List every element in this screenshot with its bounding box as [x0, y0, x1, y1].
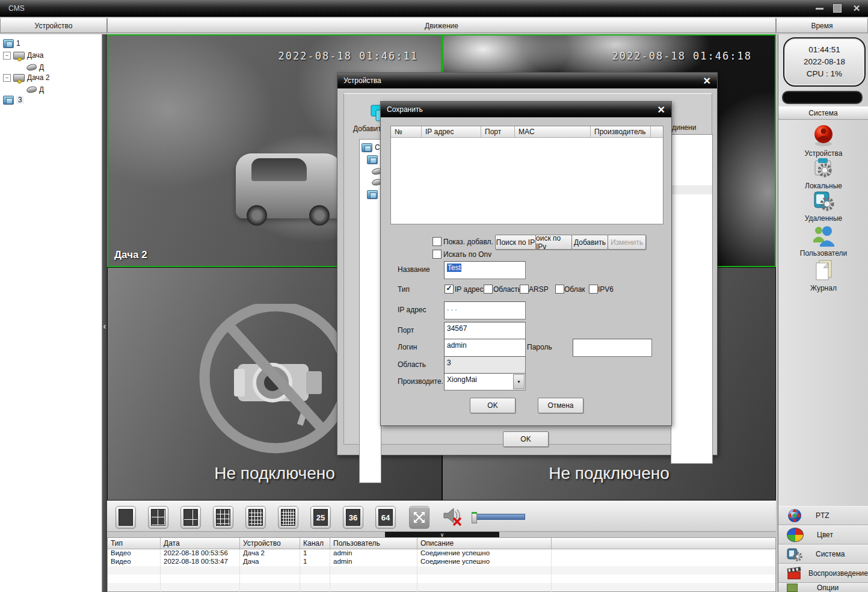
layout-1-button[interactable] — [115, 506, 136, 529]
domain-field[interactable]: 3 — [444, 356, 526, 374]
camera-channel-icon — [26, 63, 37, 71]
vendor-dropdown[interactable]: XiongMai ▼ — [444, 373, 526, 390]
mute-button[interactable] — [442, 506, 464, 528]
devices-dialog-title: Устройства — [343, 76, 381, 85]
sidebar-item-users[interactable]: Пользователи — [778, 223, 868, 257]
playback-clapper-icon — [787, 566, 802, 581]
col-mac[interactable]: MAC — [515, 126, 591, 137]
search-ip-button[interactable]: Поиск по IP — [495, 235, 536, 250]
motion-panel-title: Движение — [425, 22, 458, 30]
maximize-icon[interactable] — [833, 4, 842, 13]
layout-6-button[interactable] — [180, 506, 201, 529]
edit-device-button[interactable]: Изменить — [608, 235, 646, 250]
motion-panel-header: Движение — [107, 18, 776, 33]
fullscreen-button[interactable] — [409, 506, 429, 529]
log-col-device[interactable]: Устройство — [240, 538, 300, 549]
save-dialog-title: Сохранить — [387, 105, 423, 114]
col-port[interactable]: Порт — [481, 126, 515, 137]
volume-slider-handle[interactable] — [472, 512, 477, 523]
search-onvif-checkbox[interactable] — [432, 250, 442, 259]
sidebar-item-journal[interactable]: Журнал — [778, 258, 868, 292]
layout-64-button[interactable]: 64 — [375, 506, 396, 529]
layout-25-button[interactable]: 25 — [310, 506, 331, 529]
port-label: Порт — [398, 326, 414, 335]
device-group-icon — [3, 39, 14, 48]
tree-item-group-3[interactable]: 3 — [3, 94, 24, 105]
show-added-checkbox[interactable] — [432, 237, 442, 246]
log-row[interactable]: Видео 2022-08-18 00:53:56 Дача 2 1 admin… — [108, 549, 775, 558]
sidebar-item-devices[interactable]: Устройства — [778, 122, 868, 158]
collapse-panel-icon[interactable]: ‹ — [102, 321, 107, 331]
sidebar-item-remote[interactable]: Удаленные — [778, 190, 868, 223]
cpu-usage: CPU : 1% — [807, 68, 842, 80]
log-col-user[interactable]: Пользователь — [330, 538, 417, 549]
tree-item-group-1[interactable]: 1 — [3, 38, 20, 49]
type-cloud-checkbox[interactable] — [555, 285, 564, 294]
devices-dialog-tree[interactable]: Спис 1 3 — [359, 139, 381, 483]
type-ip-checkbox[interactable]: ✓ — [445, 285, 454, 294]
layout-25-grid-button[interactable] — [278, 506, 298, 529]
log-col-channel[interactable]: Канал — [300, 538, 330, 549]
password-field[interactable] — [573, 339, 652, 357]
layout-9-button[interactable] — [213, 506, 233, 529]
login-field[interactable]: admin — [444, 339, 526, 357]
type-domain-checkbox[interactable] — [484, 285, 493, 294]
tree-item-label: Дача — [27, 51, 43, 60]
sidebar-item-label: Журнал — [778, 284, 868, 292]
collapse-expander-icon[interactable]: − — [3, 74, 11, 82]
collapse-toolbar-handle[interactable]: ∨ — [385, 532, 499, 537]
tree-item-dacha2[interactable]: − Дача 2 — [3, 72, 49, 83]
col-vendor[interactable]: Производитель — [591, 126, 651, 137]
system-section-header: Система — [778, 106, 868, 120]
device-group-icon — [362, 143, 372, 152]
dropdown-arrow-icon[interactable]: ▼ — [513, 374, 525, 389]
sidebar-item-ptz[interactable]: PTZ — [778, 506, 868, 525]
sidebar-item-system[interactable]: Система — [778, 544, 868, 564]
sidebar-item-color[interactable]: Цвет — [778, 525, 868, 544]
devices-dialog-titlebar: Устройства ✕ — [337, 73, 717, 88]
log-col-type[interactable]: Тип — [108, 538, 161, 549]
save-cancel-button[interactable]: Отмена — [538, 398, 583, 413]
log-col-description[interactable]: Описание — [417, 538, 552, 549]
layout-36-button[interactable]: 36 — [343, 506, 363, 529]
close-icon[interactable]: ✕ — [657, 104, 665, 116]
sidebar-item-playback[interactable]: Воспроизведение — [778, 564, 868, 583]
tree-item-dacha2-channel[interactable]: Д — [26, 84, 44, 95]
device-search-table[interactable]: № IP адрес Порт MAC Производитель — [390, 126, 663, 224]
log-col-empty — [552, 538, 775, 549]
name-field[interactable]: Test — [444, 261, 526, 279]
close-icon[interactable]: ✕ — [851, 3, 862, 14]
port-field[interactable]: 34567 — [444, 322, 526, 340]
ip-field[interactable]: . . . — [444, 301, 526, 319]
tree-item-dacha[interactable]: − Дача — [3, 50, 43, 61]
type-arsp-checkbox[interactable] — [520, 285, 529, 294]
tree-item-dacha-channel[interactable]: Д — [26, 62, 44, 73]
devices-dialog-list[interactable] — [671, 134, 713, 464]
login-label: Логин — [398, 343, 417, 351]
close-icon[interactable]: ✕ — [703, 75, 711, 87]
status-bar — [782, 91, 863, 104]
volume-slider[interactable] — [472, 514, 525, 520]
log-row[interactable]: Видео 2022-08-18 00:53:47 Дача 1 admin С… — [108, 558, 775, 566]
sidebar-item-options[interactable]: Опции — [778, 583, 868, 592]
video-timestamp: 2022-08-18 01:46:11 — [279, 50, 418, 62]
col-number[interactable]: № — [391, 126, 422, 137]
layout-16-button[interactable] — [245, 506, 266, 529]
tree-splitter[interactable]: ‹ — [102, 34, 107, 592]
color-icon — [787, 528, 804, 542]
add-area-button[interactable]: Добавит — [353, 125, 381, 133]
tree-item-label: Д — [39, 85, 44, 94]
add-device-button[interactable]: Добавить — [571, 235, 608, 250]
col-ip[interactable]: IP адрес — [422, 126, 481, 137]
log-row-empty — [108, 583, 775, 591]
log-col-date[interactable]: Дата — [161, 538, 240, 549]
save-ok-button[interactable]: OK — [470, 398, 516, 413]
devices-dialog-ok-button[interactable]: OK — [503, 431, 549, 447]
layout-4-button[interactable] — [148, 506, 168, 529]
sidebar-item-local[interactable]: Локальные — [778, 157, 868, 190]
collapse-expander-icon[interactable]: − — [3, 52, 11, 60]
search-ipv6-button[interactable]: оиск по IPv — [535, 235, 572, 250]
minimize-icon[interactable] — [816, 8, 823, 10]
name-label: Название — [398, 265, 430, 274]
type-ipv6-checkbox[interactable] — [589, 285, 598, 294]
